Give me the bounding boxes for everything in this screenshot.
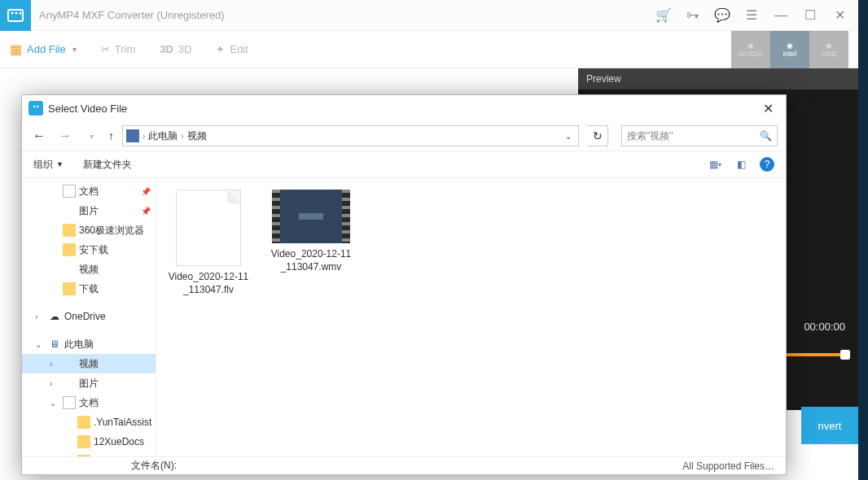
dialog-close-button[interactable]: ✕ — [756, 101, 779, 116]
close-icon[interactable]: ✕ — [832, 8, 847, 23]
slider-knob[interactable] — [840, 350, 850, 360]
pin-icon: 📌 — [141, 187, 151, 196]
file-filter[interactable]: All Supported Files… — [682, 460, 774, 472]
trim-button[interactable]: ✂ Trim — [101, 43, 136, 55]
expand-icon[interactable]: › — [50, 360, 59, 369]
vid-icon — [63, 263, 76, 276]
cloud-icon: ☁ — [48, 310, 61, 323]
add-file-icon: ▦ — [10, 41, 22, 57]
expand-icon[interactable]: ⌄ — [50, 399, 59, 408]
expand-icon[interactable]: ⌄ — [35, 340, 45, 349]
app-logo-icon — [0, 0, 31, 31]
key-icon[interactable]: 🗝 — [686, 8, 700, 23]
svg-point-2 — [15, 11, 18, 14]
feedback-icon[interactable]: 💬 — [715, 8, 730, 23]
path-bar[interactable]: › 此电脑 › 视频 ⌄ — [122, 125, 579, 146]
path-root-icon — [126, 129, 139, 142]
pic-icon — [63, 377, 76, 390]
nav-up-button[interactable]: ↑ — [108, 129, 114, 142]
tree-item-label: 文档 — [79, 185, 99, 199]
folder-icon — [77, 416, 90, 429]
tree-item[interactable]: ›图片 — [22, 373, 156, 393]
wand-icon: ✦ — [216, 43, 225, 55]
doc-icon — [63, 185, 76, 198]
svg-point-1 — [11, 11, 14, 14]
3d-label: 3D — [178, 43, 192, 55]
new-folder-button[interactable]: 新建文件夹 — [83, 158, 132, 172]
refresh-button[interactable]: ↻ — [587, 125, 608, 146]
app-toolbar: ▦ Add File ▾ ✂ Trim 3D 3D ✦ Edit ◉NVIDIA… — [0, 31, 858, 68]
pin-icon: 📌 — [141, 207, 151, 216]
file-name: Video_2020-12-11_113047.flv — [168, 271, 249, 296]
edit-button[interactable]: ✦ Edit — [216, 43, 248, 55]
file-dialog: Select Video File ✕ ← → ▾ ↑ › 此电脑 › 视频 ⌄… — [21, 94, 787, 475]
add-file-label: Add File — [27, 43, 66, 55]
preview-header: Preview — [578, 68, 858, 89]
nvidia-badge: ◉NVIDIA — [731, 31, 770, 68]
trim-label: Trim — [115, 43, 136, 55]
chevron-right-icon: › — [181, 132, 183, 141]
preview-pane-button[interactable]: ◧ — [734, 157, 748, 172]
search-input[interactable]: 搜索"视频" 🔍 — [621, 125, 778, 146]
cart-icon[interactable]: 🛒 — [656, 8, 671, 23]
file-grid[interactable]: Video_2020-12-11_113047.flvVideo_2020-12… — [156, 178, 786, 456]
minimize-icon[interactable]: — — [774, 8, 788, 23]
folder-tree[interactable]: 文档📌图片📌360极速浏览器安下载视频下载›☁OneDrive⌄🖥此电脑›视频›… — [22, 178, 156, 456]
tree-item[interactable]: 文档📌 — [22, 181, 156, 201]
dialog-nav: ← → ▾ ↑ › 此电脑 › 视频 ⌄ ↻ 搜索"视频" 🔍 — [22, 121, 786, 151]
tree-item[interactable]: 安下载 — [22, 240, 156, 260]
svg-point-5 — [33, 106, 35, 107]
search-icon: 🔍 — [760, 130, 772, 142]
nav-forward-button[interactable]: → — [56, 129, 74, 143]
scissors-icon: ✂ — [101, 43, 110, 55]
doc-icon — [63, 396, 76, 409]
maximize-icon[interactable]: ☐ — [803, 8, 818, 23]
tree-item[interactable]: ⌄🖥此电脑 — [22, 334, 156, 354]
path-dropdown-icon[interactable]: ⌄ — [562, 132, 575, 141]
path-segment-root[interactable]: 此电脑 — [148, 129, 178, 143]
tree-item-label: 图片 — [79, 377, 99, 391]
chevron-down-icon: ▾ — [72, 45, 77, 54]
tree-item-label: 12XueDocs — [94, 436, 144, 447]
svg-rect-4 — [31, 103, 41, 113]
view-mode-button[interactable]: ▦▾ — [708, 157, 722, 172]
tree-item[interactable]: 图片📌 — [22, 201, 156, 220]
menu-icon[interactable]: ☰ — [744, 8, 759, 23]
tree-item[interactable]: ›☁OneDrive — [22, 307, 156, 326]
filename-label: 文件名(N): — [131, 459, 177, 473]
tree-item[interactable]: ⌄文档 — [22, 393, 156, 412]
file-item[interactable]: Video_2020-12-11_113047.wmv — [270, 190, 352, 273]
folder-icon — [77, 435, 90, 448]
tree-item[interactable]: 12XueDocs — [22, 432, 156, 452]
organize-button[interactable]: 组织 ▼ — [33, 158, 64, 172]
add-file-button[interactable]: ▦ Add File ▾ — [10, 41, 77, 57]
tree-item[interactable]: 360极速浏览器 — [22, 220, 156, 240]
expand-icon[interactable]: › — [50, 379, 59, 388]
dialog-title: Select Video File — [48, 103, 756, 115]
3d-button[interactable]: 3D 3D — [160, 43, 191, 55]
file-item[interactable]: Video_2020-12-11_113047.flv — [168, 190, 249, 296]
search-placeholder: 搜索"视频" — [627, 129, 673, 143]
svg-rect-0 — [8, 10, 23, 21]
intel-badge: ◉intel — [770, 31, 809, 68]
tree-item[interactable]: 视频 — [22, 260, 156, 279]
expand-icon[interactable]: › — [35, 312, 45, 321]
folder-icon — [63, 282, 76, 295]
dialog-footer: 文件名(N): All Supported Files… — [22, 456, 786, 474]
pic-icon — [63, 204, 76, 217]
nav-back-button[interactable]: ← — [30, 129, 48, 143]
tree-item[interactable]: .YunTaiAssist — [22, 412, 156, 432]
dialog-app-icon — [28, 101, 43, 116]
dialog-toolbar: 组织 ▼ 新建文件夹 ▦▾ ◧ ? — [22, 151, 786, 178]
tree-item[interactable]: 下载 — [22, 279, 156, 299]
preview-time: 00:00:00 — [804, 321, 845, 333]
gpu-badges: ◉NVIDIA ◉intel ◉AMD — [731, 31, 848, 68]
folder-icon — [63, 243, 76, 256]
help-button[interactable]: ? — [760, 157, 774, 172]
path-segment-current[interactable]: 视频 — [187, 129, 207, 143]
file-thumbnail-icon — [176, 190, 241, 266]
edit-label: Edit — [230, 43, 248, 55]
pc-icon: 🖥 — [48, 338, 61, 351]
tree-item[interactable]: ›视频 — [22, 354, 156, 373]
nav-recent-button[interactable]: ▾ — [82, 132, 100, 141]
